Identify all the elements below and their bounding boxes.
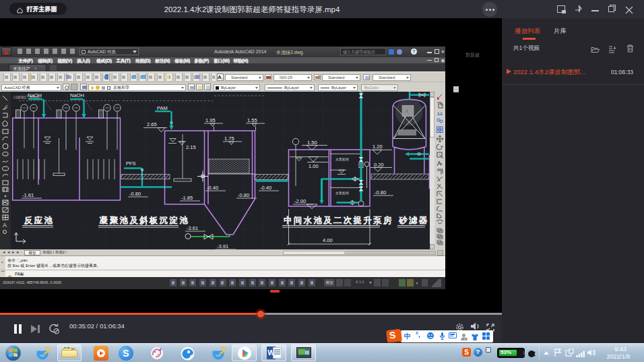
svg-text:1.00: 1.00 [309, 163, 319, 169]
svg-text:反应池: 反应池 [24, 216, 54, 225]
svg-text:1.95: 1.95 [205, 117, 216, 123]
svg-text:-3.91: -3.91 [217, 243, 228, 249]
svg-text:-1.85: -1.85 [181, 195, 193, 201]
svg-text:-0.80: -0.80 [238, 192, 249, 198]
svg-text:1.55: 1.55 [247, 117, 257, 123]
svg-text:1.20: 1.20 [373, 144, 383, 150]
svg-text:0.20: 0.20 [374, 162, 384, 168]
svg-text:砂滤器: 砂滤器 [399, 216, 428, 225]
svg-text:凝聚池及斜板沉淀池: 凝聚池及斜板沉淀池 [100, 216, 189, 225]
svg-text:-1.61: -1.61 [22, 192, 34, 198]
svg-text:2.15: 2.15 [186, 144, 196, 150]
svg-text:PAM: PAM [157, 105, 168, 111]
svg-text:水泵机组: 水泵机组 [335, 191, 349, 195]
svg-text:中间水池及二次提升泵房: 中间水池及二次提升泵房 [284, 216, 393, 225]
svg-text:-0.80: -0.80 [375, 189, 386, 195]
svg-text:4.00: 4.00 [323, 237, 333, 243]
svg-text:PFS: PFS [126, 160, 136, 167]
svg-text:-3.61: -3.61 [187, 225, 198, 231]
svg-text:NaOH: NaOH [70, 92, 84, 98]
svg-text:-0.40: -0.40 [207, 185, 218, 191]
svg-text:1.50: 1.50 [307, 140, 317, 146]
svg-text:A: A [3, 222, 7, 229]
svg-text:I:: I: [406, 109, 409, 113]
svg-text:-2.00: -2.00 [294, 198, 306, 204]
svg-text:1.75: 1.75 [224, 135, 234, 142]
svg-text:-0.40: -0.40 [260, 185, 271, 191]
svg-text:水泵机组: 水泵机组 [335, 157, 349, 161]
svg-text:2.65: 2.65 [147, 121, 157, 127]
svg-text:-0.80: -0.80 [129, 191, 141, 197]
svg-text:NaOH: NaOH [28, 92, 42, 98]
